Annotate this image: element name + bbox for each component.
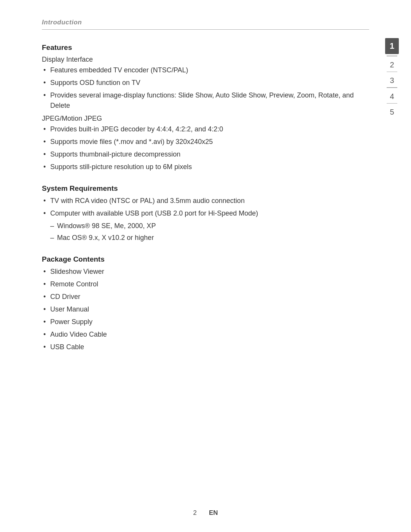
- nav-item-3[interactable]: 3: [385, 73, 399, 86]
- features-section: Features Display Interface Features embe…: [42, 43, 369, 172]
- system-requirements-dash-list: Windows® 98 SE, Me, 2000, XP Mac OS® 9.x…: [42, 221, 369, 243]
- display-bullets-list: Features embedded TV encoder (NTSC/PAL) …: [42, 65, 369, 111]
- package-contents-bullets: Slideshow Viewer Remote Control CD Drive…: [42, 267, 369, 352]
- list-item: USB Cable: [42, 342, 369, 352]
- features-heading: Features: [42, 43, 369, 52]
- nav-divider-2: [387, 72, 397, 72]
- list-item: User Manual: [42, 304, 369, 315]
- nav-number-4[interactable]: 4: [385, 89, 399, 102]
- list-item: Supports thumbnail-picture decompression: [42, 149, 369, 160]
- nav-divider-1: [387, 56, 397, 56]
- list-item: Computer with available USB port (USB 2.…: [42, 208, 369, 219]
- list-item: CD Driver: [42, 292, 369, 302]
- side-nav: 1 2 3 4 5: [385, 38, 399, 117]
- footer-language: EN: [209, 509, 218, 517]
- list-item: TV with RCA video (NTSC or PAL) and 3.5m…: [42, 196, 369, 206]
- package-contents-heading: Package Contents: [42, 255, 369, 264]
- footer: 2 EN: [0, 509, 411, 517]
- nav-number-3[interactable]: 3: [385, 73, 399, 86]
- list-item: Slideshow Viewer: [42, 267, 369, 277]
- nav-divider-4: [387, 103, 397, 104]
- nav-number-2[interactable]: 2: [385, 58, 399, 70]
- system-requirements-heading: System Requirements: [42, 184, 369, 193]
- package-contents-section: Package Contents Slideshow Viewer Remote…: [42, 255, 369, 352]
- header-title: Introduction: [42, 19, 82, 26]
- footer-page-number: 2: [193, 509, 196, 517]
- header-section: Introduction: [42, 18, 369, 30]
- list-item: Features embedded TV encoder (NTSC/PAL): [42, 65, 369, 75]
- nav-item-2[interactable]: 2: [385, 58, 399, 70]
- nav-divider-3: [387, 87, 397, 88]
- system-requirements-section: System Requirements TV with RCA video (N…: [42, 184, 369, 243]
- display-interface-label: Display Interface: [42, 56, 369, 64]
- nav-number-1[interactable]: 1: [385, 38, 399, 54]
- list-item: Remote Control: [42, 279, 369, 289]
- list-item: Windows® 98 SE, Me, 2000, XP: [50, 221, 369, 231]
- list-item: Supports still-picture resolution up to …: [42, 162, 369, 172]
- nav-item-5[interactable]: 5: [385, 105, 399, 117]
- nav-item-1[interactable]: 1: [385, 38, 399, 54]
- list-item: Audio Video Cable: [42, 329, 369, 340]
- list-item: Provides built-in JPEG decoder by 4:4:4,…: [42, 124, 369, 134]
- jpeg-label: JPEG/Motion JPEG: [42, 115, 369, 123]
- list-item: Supports OSD function on TV: [42, 78, 369, 88]
- list-item: Provides several image-display functions…: [42, 90, 369, 111]
- system-requirements-bullets: TV with RCA video (NTSC or PAL) and 3.5m…: [42, 196, 369, 219]
- nav-item-4[interactable]: 4: [385, 89, 399, 102]
- list-item: Supports movie files (*.mov and *.avi) b…: [42, 137, 369, 147]
- page-container: Introduction Features Display Interface …: [0, 0, 411, 532]
- list-item: Power Supply: [42, 317, 369, 327]
- nav-number-5[interactable]: 5: [385, 105, 399, 117]
- jpeg-bullets-list: Provides built-in JPEG decoder by 4:4:4,…: [42, 124, 369, 172]
- list-item: Mac OS® 9.x, X v10.2 or higher: [50, 233, 369, 243]
